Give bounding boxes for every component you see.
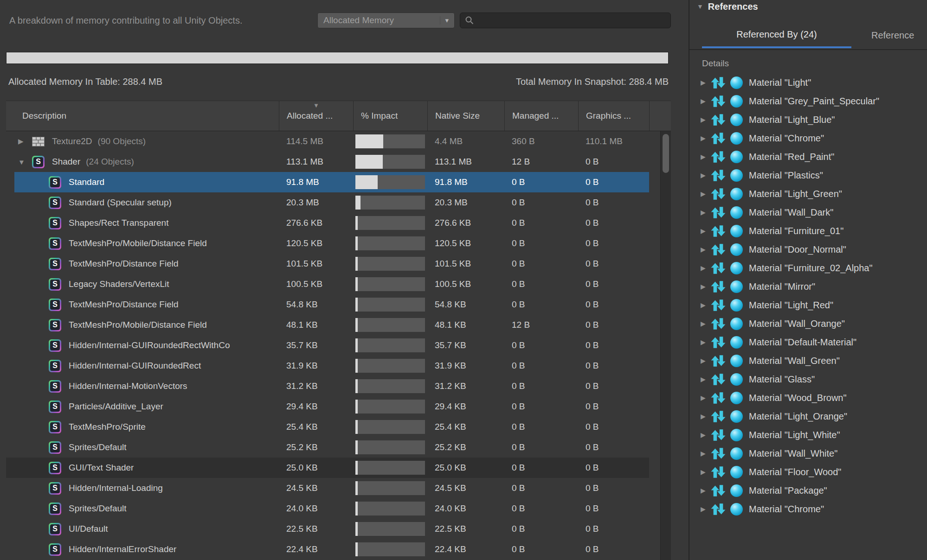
reference-list-item[interactable]: ▶Material "Default-Material" <box>689 333 927 351</box>
table-row[interactable]: SHidden/Internal-MotionVectors31.2 KB31.… <box>6 376 649 396</box>
reference-list-item[interactable]: ▶Material "Wall_Green" <box>689 351 927 370</box>
reference-list-item[interactable]: ▶Material "Chrome" <box>689 129 927 147</box>
expand-triangle-icon[interactable]: ▶ <box>701 431 711 439</box>
table-row[interactable]: SUI/Default22.5 KB22.5 KB0 B0 B <box>6 519 649 539</box>
reference-list-item[interactable]: ▶Material "Light" <box>689 73 927 92</box>
expand-triangle-icon[interactable]: ▶ <box>701 357 711 364</box>
reference-list-item[interactable]: ▶Material "Wall_White" <box>689 444 927 463</box>
material-icon <box>730 76 743 89</box>
column-header[interactable]: Allocated ...▼ <box>279 101 353 131</box>
expand-triangle-icon[interactable]: ▶ <box>701 487 711 494</box>
reference-list-item[interactable]: ▶Material "Wall_Orange" <box>689 314 927 333</box>
reference-list-item[interactable]: ▶Material "Chrome" <box>689 500 927 518</box>
reference-connection-icon <box>711 114 730 126</box>
reference-list-item[interactable]: ▶Material "Mirror" <box>689 277 927 296</box>
expand-triangle-icon[interactable]: ▶ <box>701 283 711 290</box>
reference-list-item[interactable]: ▶Material "Door_Normal" <box>689 240 927 259</box>
reference-list-item[interactable]: ▶Material "Furniture_01" <box>689 222 927 240</box>
reference-list-item[interactable]: ▶Material "Light_Red" <box>689 296 927 314</box>
expand-triangle-icon[interactable]: ▶ <box>701 505 711 513</box>
column-header[interactable]: Graphics ... <box>578 101 649 131</box>
table-row[interactable]: SLegacy Shaders/VertexLit100.5 KB100.5 K… <box>6 274 649 294</box>
reference-label: Material "Default-Material" <box>749 337 856 348</box>
column-header[interactable]: % Impact <box>353 101 427 131</box>
expand-triangle-icon[interactable]: ▶ <box>701 190 711 197</box>
table-row[interactable]: STextMeshPro/Mobile/Distance Field120.5 … <box>6 233 649 254</box>
reference-list-item[interactable]: ▶Material "Glass" <box>689 370 927 388</box>
expand-triangle-icon[interactable]: ▶ <box>701 97 711 105</box>
expand-triangle-icon[interactable]: ▶ <box>701 172 711 179</box>
column-header[interactable]: Native Size <box>427 101 504 131</box>
expand-triangle-icon[interactable]: ▶ <box>701 301 711 309</box>
reference-list-item[interactable]: ▶Material "Light_Orange" <box>689 407 927 426</box>
table-row[interactable]: ▶Texture2D(90 Objects)114.5 MB4.4 MB360 … <box>6 131 649 152</box>
reference-list-item[interactable]: ▶Material "Furniture_02_Alpha" <box>689 259 927 277</box>
reference-list-item[interactable]: ▶Material "Package" <box>689 481 927 500</box>
impact-bar-fill <box>355 481 358 495</box>
native-size-value: 25.0 KB <box>427 458 504 478</box>
table-row[interactable]: STextMeshPro/Distance Field101.5 KB101.5… <box>6 254 649 274</box>
expand-triangle-icon[interactable]: ▶ <box>701 209 711 216</box>
reference-list-item[interactable]: ▶Material "Wall_Dark" <box>689 203 927 222</box>
expand-triangle-icon[interactable]: ▶ <box>701 375 711 383</box>
scrollbar-thumb[interactable] <box>663 134 669 173</box>
expand-triangle-icon[interactable]: ▶ <box>701 320 711 327</box>
expand-triangle-icon[interactable]: ▶ <box>701 134 711 142</box>
table-row[interactable]: SStandard (Specular setup)20.3 MB20.3 MB… <box>6 192 649 213</box>
table-row[interactable]: SHidden/InternalErrorShader22.4 KB22.4 K… <box>6 539 649 560</box>
table-row[interactable]: SParticles/Additive_Layer29.4 KB29.4 KB0… <box>6 396 649 417</box>
table-row[interactable]: STextMeshPro/Sprite25.4 KB25.4 KB0 B0 B <box>6 417 649 437</box>
reference-list-item[interactable]: ▶Material "Light_Blue" <box>689 110 927 129</box>
impact-bar <box>355 196 425 210</box>
expand-triangle-icon[interactable]: ▶ <box>701 153 711 160</box>
table-row[interactable]: SGUI/Text Shader25.0 KB25.0 KB0 B0 B <box>6 458 649 478</box>
table-row[interactable]: SShapes/Rect Transparent276.6 KB276.6 KB… <box>6 213 649 233</box>
search-field[interactable] <box>460 13 671 28</box>
expand-triangle-icon[interactable]: ▶ <box>701 468 711 476</box>
allocated-value: 100.5 KB <box>279 274 353 294</box>
table-row[interactable]: SSprites/Default25.2 KB25.2 KB0 B0 B <box>6 437 649 458</box>
reference-list-item[interactable]: ▶Material "Wood_Brown" <box>689 388 927 407</box>
expand-triangle-icon[interactable]: ▶ <box>701 79 711 86</box>
graphics-size-value: 0 B <box>578 315 649 335</box>
tab-references-to[interactable]: Reference <box>871 22 914 48</box>
expand-triangle-icon[interactable]: ▶ <box>701 264 711 272</box>
allocated-memory-dropdown[interactable]: Allocated Memory ▾ <box>317 13 455 28</box>
column-header[interactable]: Description <box>6 101 279 131</box>
allocated-value: 22.5 KB <box>279 519 353 539</box>
table-scrollbar[interactable] <box>660 131 671 560</box>
table-row[interactable]: ▼SShader(24 Objects)113.1 MB113.1 MB12 B… <box>6 152 649 172</box>
managed-size-value: 0 B <box>504 192 578 213</box>
reference-list-item[interactable]: ▶Material "Light_White" <box>689 426 927 444</box>
table-row[interactable]: SSprites/Default24.0 KB24.0 KB0 B0 B <box>6 498 649 519</box>
expand-triangle-icon[interactable]: ▶ <box>18 137 32 146</box>
search-input[interactable] <box>478 15 666 26</box>
column-header[interactable]: Managed ... <box>504 101 578 131</box>
table-row[interactable]: STextMeshPro/Mobile/Distance Field48.1 K… <box>6 315 649 335</box>
expand-triangle-icon[interactable]: ▶ <box>701 116 711 123</box>
expand-triangle-icon[interactable]: ▶ <box>701 338 711 346</box>
table-row[interactable]: SHidden/Internal-GUIRoundedRect31.9 KB31… <box>6 356 649 376</box>
reference-list-item[interactable]: ▶Material "Light_Green" <box>689 185 927 203</box>
table-row[interactable]: SHidden/Internal-Loading24.5 KB24.5 KB0 … <box>6 478 649 498</box>
expand-triangle-icon[interactable]: ▶ <box>701 394 711 401</box>
expand-triangle-icon[interactable]: ▶ <box>701 413 711 420</box>
expand-triangle-icon[interactable]: ▶ <box>701 246 711 253</box>
impact-bar-fill <box>355 502 358 515</box>
impact-bar <box>355 257 425 271</box>
table-row[interactable]: SStandard91.8 MB91.8 MB0 B0 B <box>6 172 649 192</box>
reference-list-item[interactable]: ▶Material "Red_Paint" <box>689 147 927 166</box>
collapse-triangle-icon[interactable]: ▼ <box>697 3 703 10</box>
managed-size-value: 0 B <box>504 172 578 192</box>
table-row[interactable]: STextMeshPro/Distance Field54.8 KB54.8 K… <box>6 294 649 315</box>
expand-triangle-icon[interactable]: ▶ <box>701 450 711 457</box>
reference-list-item[interactable]: ▶Material "Floor_Wood" <box>689 463 927 481</box>
reference-label: Material "Chrome" <box>749 504 824 515</box>
expand-triangle-icon[interactable]: ▶ <box>701 227 711 235</box>
table-row[interactable]: SHidden/Internal-GUIRoundedRectWithCo35.… <box>6 335 649 356</box>
reference-list-item[interactable]: ▶Material "Plastics" <box>689 166 927 185</box>
reference-list-item[interactable]: ▶Material "Grey_Paint_Specular" <box>689 92 927 110</box>
references-header[interactable]: ▼ References <box>697 0 758 13</box>
tab-referenced-by[interactable]: Referenced By (24) <box>702 22 851 48</box>
collapse-triangle-icon[interactable]: ▼ <box>18 158 32 166</box>
